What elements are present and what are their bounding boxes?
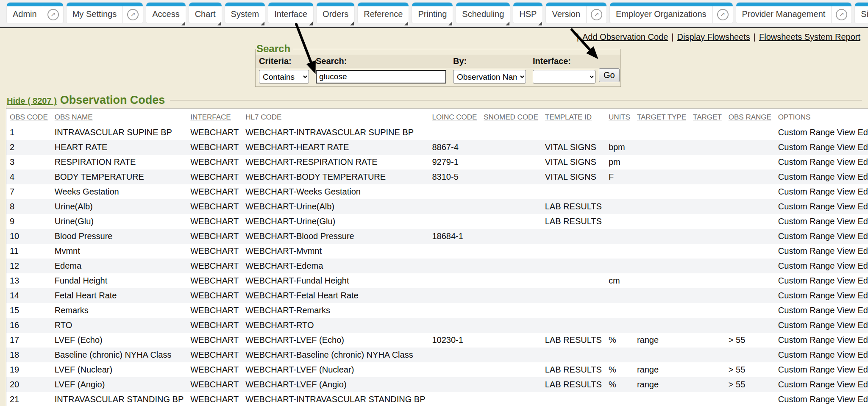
row-action-view[interactable]: View	[837, 395, 855, 404]
row-action-custom-range[interactable]: Custom Range	[778, 335, 835, 345]
row-action-edit[interactable]: Edit	[857, 276, 868, 285]
header-link[interactable]: Flowsheets System Report	[759, 32, 860, 42]
row-action-custom-range[interactable]: Custom Range	[778, 172, 835, 181]
tab[interactable]: Chart	[189, 3, 222, 23]
row-action-custom-range[interactable]: Custom Range	[778, 157, 835, 167]
row-action-view[interactable]: View	[837, 335, 855, 345]
cell-target	[690, 184, 725, 199]
row-action-view[interactable]: View	[837, 365, 855, 374]
go-button[interactable]: Go	[599, 68, 620, 82]
row-action-view[interactable]: View	[837, 217, 855, 226]
row-action-edit[interactable]: Edit	[857, 320, 868, 330]
by-select[interactable]: Observation Name	[453, 70, 526, 83]
row-action-custom-range[interactable]: Custom Range	[778, 380, 835, 389]
sort-link-target_type[interactable]: TARGET TYPE	[637, 113, 686, 121]
row-action-edit[interactable]: Edit	[857, 157, 868, 167]
row-action-view[interactable]: View	[837, 231, 855, 241]
tab[interactable]: Similar Exposure Groups (SEGs) ↗	[855, 3, 868, 23]
link-separator: |	[754, 32, 756, 42]
search-input[interactable]	[316, 70, 446, 83]
row-action-edit[interactable]: Edit	[857, 246, 868, 256]
tab[interactable]: Version ↗	[546, 3, 606, 23]
tab-popout-section[interactable]: ↗	[43, 6, 63, 23]
tab[interactable]: Interface	[268, 3, 313, 23]
row-action-view[interactable]: View	[837, 246, 855, 256]
row-action-custom-range[interactable]: Custom Range	[778, 202, 835, 211]
row-action-edit[interactable]: Edit	[857, 365, 868, 374]
tab[interactable]: System	[225, 3, 265, 23]
sort-link-obs_range[interactable]: OBS RANGE	[729, 113, 771, 121]
row-action-custom-range[interactable]: Custom Range	[778, 231, 835, 241]
row-action-edit[interactable]: Edit	[857, 380, 868, 389]
row-action-custom-range[interactable]: Custom Range	[778, 320, 835, 330]
row-action-custom-range[interactable]: Custom Range	[778, 128, 835, 137]
row-action-custom-range[interactable]: Custom Range	[778, 365, 835, 374]
sort-link-template[interactable]: TEMPLATE ID	[545, 113, 592, 121]
row-action-custom-range[interactable]: Custom Range	[778, 246, 835, 256]
cell-target	[690, 303, 725, 318]
row-action-custom-range[interactable]: Custom Range	[778, 187, 835, 196]
row-action-view[interactable]: View	[837, 128, 855, 137]
tab[interactable]: Printing	[412, 3, 453, 23]
tab[interactable]: Reference	[358, 3, 409, 23]
row-action-edit[interactable]: Edit	[857, 187, 868, 196]
sort-link-snomed[interactable]: SNOMED CODE	[484, 113, 538, 121]
row-action-view[interactable]: View	[837, 380, 855, 389]
row-action-edit[interactable]: Edit	[857, 217, 868, 226]
tab[interactable]: Admin ↗	[7, 3, 63, 23]
sort-link-interface[interactable]: INTERFACE	[190, 113, 231, 121]
tab[interactable]: HSP	[513, 3, 542, 23]
tab[interactable]: Employer Organizations ↗	[610, 3, 732, 23]
row-action-custom-range[interactable]: Custom Range	[778, 217, 835, 226]
criteria-select[interactable]: Contains	[259, 70, 309, 83]
row-action-edit[interactable]: Edit	[857, 231, 868, 241]
row-action-custom-range[interactable]: Custom Range	[778, 142, 835, 152]
row-action-edit[interactable]: Edit	[857, 142, 868, 152]
row-action-view[interactable]: View	[837, 157, 855, 167]
row-action-custom-range[interactable]: Custom Range	[778, 261, 835, 270]
row-action-view[interactable]: View	[837, 320, 855, 330]
row-action-edit[interactable]: Edit	[857, 291, 868, 300]
row-action-custom-range[interactable]: Custom Range	[778, 395, 835, 404]
tab-popout-section[interactable]: ↗	[586, 6, 606, 23]
header-link[interactable]: Add Observation Code	[582, 32, 668, 42]
sort-link-loinc[interactable]: LOINC CODE	[432, 113, 477, 121]
header-link[interactable]: Display Flowsheets	[677, 32, 750, 42]
row-action-edit[interactable]: Edit	[857, 128, 868, 137]
row-action-custom-range[interactable]: Custom Range	[778, 291, 835, 300]
interface-select[interactable]	[533, 70, 595, 83]
row-action-view[interactable]: View	[837, 202, 855, 211]
sort-link-units[interactable]: UNITS	[609, 113, 630, 121]
row-action-view[interactable]: View	[837, 187, 855, 196]
sort-link-target[interactable]: TARGET	[693, 113, 722, 121]
row-action-view[interactable]: View	[837, 291, 855, 300]
row-action-edit[interactable]: Edit	[857, 335, 868, 345]
row-action-view[interactable]: View	[837, 306, 855, 315]
sort-link-name[interactable]: OBS NAME	[55, 113, 93, 121]
row-action-view[interactable]: View	[837, 142, 855, 152]
tab[interactable]: Scheduling	[456, 3, 510, 23]
tab[interactable]: Orders	[317, 3, 354, 23]
row-action-edit[interactable]: Edit	[857, 202, 868, 211]
tab[interactable]: Provider Management ↗	[736, 3, 852, 23]
hide-count-link[interactable]: Hide ( 8207 )	[7, 96, 57, 106]
row-action-edit[interactable]: Edit	[857, 306, 868, 315]
row-action-view[interactable]: View	[837, 172, 855, 181]
sort-link-code[interactable]: OBS CODE	[10, 113, 48, 121]
row-action-custom-range[interactable]: Custom Range	[778, 276, 835, 285]
row-action-edit[interactable]: Edit	[857, 395, 868, 404]
tab-popout-section[interactable]: ↗	[122, 6, 143, 23]
cell-snomed	[480, 303, 541, 318]
row-action-edit[interactable]: Edit	[857, 261, 868, 270]
row-action-view[interactable]: View	[837, 276, 855, 285]
row-action-custom-range[interactable]: Custom Range	[778, 350, 835, 359]
row-action-edit[interactable]: Edit	[857, 172, 868, 181]
tab[interactable]: Access	[146, 3, 185, 23]
tab[interactable]: My Settings ↗	[67, 3, 143, 23]
row-action-edit[interactable]: Edit	[857, 350, 868, 359]
tab-popout-section[interactable]: ↗	[712, 6, 733, 23]
row-action-custom-range[interactable]: Custom Range	[778, 306, 835, 315]
tab-popout-section[interactable]: ↗	[831, 6, 851, 23]
row-action-view[interactable]: View	[837, 350, 855, 359]
row-action-view[interactable]: View	[837, 261, 855, 270]
